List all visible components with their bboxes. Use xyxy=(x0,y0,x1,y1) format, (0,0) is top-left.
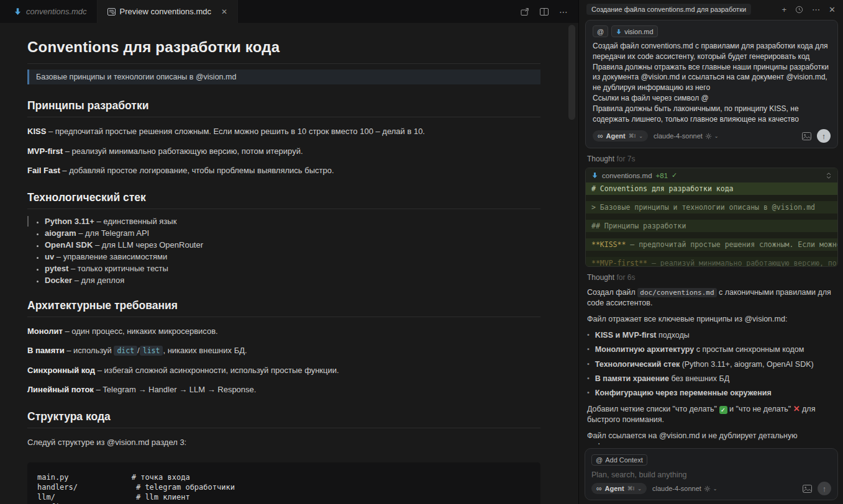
file-chip-label: vision.md xyxy=(624,28,653,35)
list-item: uv – управление зависимостями xyxy=(45,253,540,261)
bullet-icon: • xyxy=(587,344,590,354)
paragraph: Fail Fast – добавляй простое логирование… xyxy=(27,165,540,176)
close-icon[interactable]: ✕ xyxy=(221,7,227,16)
text: – избегай сложной асинхронности, использ… xyxy=(95,366,339,375)
term: Python 3.11+ xyxy=(45,217,94,226)
paragraph: KISS – предпочитай простые решения сложн… xyxy=(27,126,540,137)
response-bullet-list: •KISS и MVP-first подходы •Монолитную ар… xyxy=(585,330,838,398)
thought-duration: for 7s xyxy=(616,155,635,163)
term: В памяти xyxy=(27,346,65,355)
diff-line: **MVP-first** – реализуй минимально рабо… xyxy=(586,257,837,266)
message-line: Правила должны быть лаконичными, по прин… xyxy=(593,104,831,125)
diff-line xyxy=(586,195,837,201)
model-selector[interactable]: claude-4-sonnet ⌄ xyxy=(652,485,718,492)
bullet-icon: • xyxy=(587,388,590,398)
image-icon[interactable] xyxy=(802,132,811,140)
chevron-down-icon: ⌄ xyxy=(714,133,719,139)
send-button[interactable]: ↑ xyxy=(817,129,831,143)
input-footer: ∞ Agent ⌘I ⌄ claude-4-sonnet ⌄ ↑ xyxy=(591,482,831,495)
text: – один процесс, никаких микросервисов. xyxy=(63,326,218,336)
diff-line xyxy=(586,232,837,238)
text: – управление зависимостями xyxy=(54,252,167,261)
add-context-label: Add Context xyxy=(605,456,643,464)
cross-emoji: ✕ xyxy=(793,404,800,413)
chat-panel: Создание файла conventions.md для разраб… xyxy=(578,0,843,504)
message-footer: ∞ Agent ⌘I ⌄ claude-4-sonnet ⌄ ↑ xyxy=(593,129,831,143)
text: – единственный язык xyxy=(94,217,176,226)
tab-conventions-mdc[interactable]: conventions.mdc xyxy=(0,0,98,23)
tab-preview-conventions[interactable]: Preview conventions.mdc ✕ xyxy=(98,0,238,23)
editor-scrollbar[interactable] xyxy=(568,25,575,120)
paragraph: Линейный поток – Telegram → Handler → LL… xyxy=(27,384,540,395)
response-paragraph: Файл ссылается на @vision.md и не дублир… xyxy=(587,431,836,444)
at-context-chip[interactable]: @ xyxy=(593,25,608,37)
chat-tab-title[interactable]: Создание файла conventions.md для разраб… xyxy=(586,4,751,15)
preview-icon xyxy=(107,8,116,16)
editor-tab-bar: conventions.mdc Preview conventions.mdc … xyxy=(0,0,578,23)
assistant-response: Создал файл doc/conventions.md с лаконич… xyxy=(585,287,838,444)
user-message: @ vision.md Создай файл conventions.md с… xyxy=(585,20,838,148)
response-paragraph: Добавил четкие списки "что делать" ✓ и "… xyxy=(587,403,836,425)
add-context-chip[interactable]: @Add Context xyxy=(591,454,647,466)
text: – добавляй простое логирование, чтобы пр… xyxy=(60,166,334,175)
file-chip-vision-md[interactable]: vision.md xyxy=(611,25,657,37)
more-icon[interactable]: ⋯ xyxy=(812,6,820,14)
text: – только критичные тесты xyxy=(68,264,168,273)
tab-label: Preview conventions.mdc xyxy=(120,7,211,16)
user-message-text: Создай файл conventions.md с правилами д… xyxy=(593,41,831,124)
diff-file-name: conventions.md xyxy=(602,172,652,179)
close-icon[interactable]: ✕ xyxy=(829,6,836,14)
new-chat-icon[interactable]: + xyxy=(782,6,787,14)
paragraph: В памяти – используй dict/list, никаких … xyxy=(27,345,540,356)
diff-line: > Базовые принципы и технологии описаны … xyxy=(586,201,837,214)
bullet-icon: • xyxy=(587,359,590,369)
section-heading-principles: Принципы разработки xyxy=(27,99,540,117)
text: , никаких внешних БД. xyxy=(163,346,247,355)
term: MVP-first xyxy=(27,146,63,156)
split-editor-icon[interactable] xyxy=(540,8,549,16)
term: Линейный поток xyxy=(27,385,94,394)
tech-stack-list: Python 3.11+ – единственный язык aiogram… xyxy=(27,217,540,284)
open-preview-icon[interactable] xyxy=(520,7,529,16)
history-icon[interactable] xyxy=(795,6,803,14)
chat-input-box[interactable]: @Add Context Plan, search, build anythin… xyxy=(585,448,838,500)
chevron-down-icon: ⌄ xyxy=(639,133,643,139)
agent-shortcut: ⌘I xyxy=(629,133,636,139)
diff-line xyxy=(586,251,837,257)
send-button[interactable]: ↑ xyxy=(818,482,831,495)
text: – Telegram → Handler → LLM → Response. xyxy=(94,385,257,394)
chat-input-placeholder: Plan, search, build anything xyxy=(591,470,831,479)
text: – используй xyxy=(65,346,114,355)
thought-row[interactable]: Thought for 7s xyxy=(587,155,836,163)
diff-card-header[interactable]: conventions.md +81 ✓ xyxy=(586,168,837,182)
markdown-preview: Conventions для разработки кода Базовые … xyxy=(0,23,540,504)
agent-mode-selector[interactable]: ∞ Agent ⌘I ⌄ xyxy=(593,130,648,142)
diff-line xyxy=(586,214,837,220)
thought-row[interactable]: Thought for 6s xyxy=(587,273,836,282)
list-item: •Технологический стек (Python 3.11+, aio… xyxy=(587,359,836,369)
cursor-file-icon xyxy=(14,7,22,16)
text: – для деплоя xyxy=(72,276,124,285)
model-settings-icon xyxy=(704,485,711,492)
message-line: Правила должны отражать все главные наши… xyxy=(593,62,831,93)
more-icon[interactable]: ⋯ xyxy=(559,7,568,17)
diff-card: conventions.md +81 ✓ # Conventions для р… xyxy=(585,168,838,267)
code-line: llm/ # llm клиент xyxy=(37,492,531,502)
code-line: main.py # точка входа xyxy=(37,472,531,482)
image-icon[interactable] xyxy=(803,485,812,493)
app-window: conventions.mdc Preview conventions.mdc … xyxy=(0,0,843,504)
text: – для LLM через OpenRouter xyxy=(93,240,203,250)
section-heading-stack: Технологический стек xyxy=(27,191,540,209)
list-item: •KISS и MVP-first подходы xyxy=(587,330,836,340)
tab-label: conventions.mdc xyxy=(26,7,87,16)
model-label: claude-4-sonnet xyxy=(654,132,703,140)
section-heading-structure: Структура кода xyxy=(27,410,540,428)
diff-body: # Conventions для разработки кода > Базо… xyxy=(586,182,837,266)
expand-icon[interactable] xyxy=(826,172,832,179)
chat-header: Создание файла conventions.md для разраб… xyxy=(579,0,843,19)
term: pytest xyxy=(45,264,68,273)
agent-mode-selector[interactable]: ∞ Agent ⌘I ⌄ xyxy=(591,483,647,494)
input-footer-icons: ↑ xyxy=(803,482,831,495)
scroll-sync-indicator xyxy=(27,216,29,227)
model-selector[interactable]: claude-4-sonnet ⌄ xyxy=(654,132,719,140)
